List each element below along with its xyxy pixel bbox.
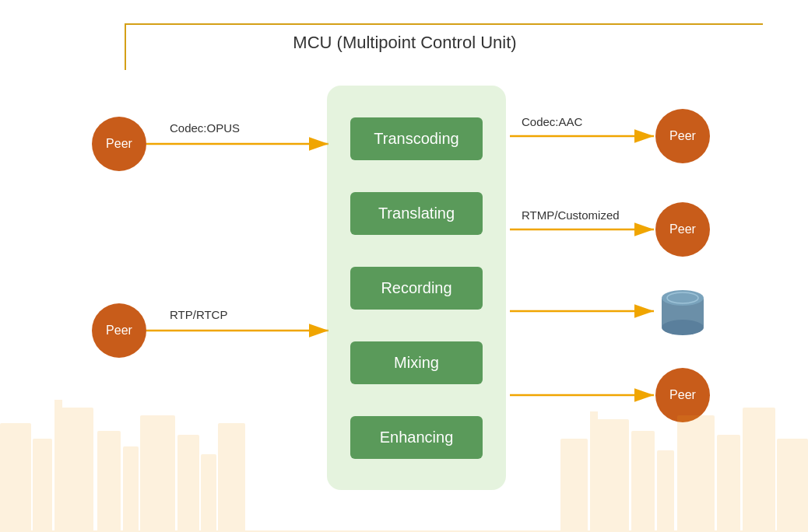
database-cylinder [655, 284, 710, 338]
mcu-box: Transcoding Translating Recording Mixing… [327, 86, 506, 490]
peer-left-bottom: Peer [92, 303, 146, 358]
peer-left-top: Peer [92, 117, 146, 171]
transcoding-btn: Transcoding [350, 117, 483, 160]
svg-point-3 [662, 320, 704, 335]
peer-right-bottom: Peer [655, 368, 710, 422]
diagram-container: MCU (Multipoint Control Unit) Peer Peer [47, 23, 763, 513]
codec-opus-label: Codec:OPUS [170, 121, 240, 135]
rtp-rtcp-label: RTP/RTCP [170, 308, 227, 321]
peer-right-top: Peer [655, 109, 710, 163]
recording-btn: Recording [350, 267, 483, 310]
peer-right-middle: Peer [655, 202, 710, 257]
enhancing-btn: Enhancing [350, 416, 483, 459]
mixing-btn: Mixing [350, 341, 483, 384]
svg-rect-5 [0, 423, 31, 532]
page-title: MCU (Multipoint Control Unit) [47, 33, 763, 53]
rtmp-label: RTMP/Customized [522, 208, 620, 222]
codec-aac-label: Codec:AAC [522, 115, 582, 128]
svg-rect-23 [777, 439, 808, 532]
top-border [125, 23, 763, 25]
translating-btn: Translating [350, 192, 483, 235]
